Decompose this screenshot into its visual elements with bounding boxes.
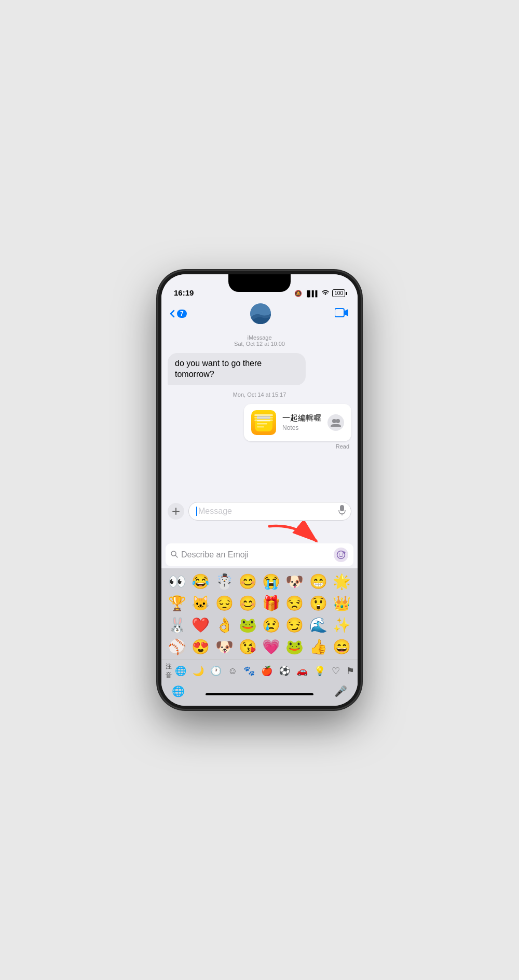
- emoji-trophy[interactable]: 🏆: [166, 592, 189, 614]
- emoji-snowman[interactable]: ☃️: [213, 570, 236, 592]
- svg-rect-4: [257, 423, 267, 425]
- bubble-incoming-1: do you want to go there tomorrow?: [168, 353, 306, 385]
- red-arrow-icon: [264, 521, 326, 547]
- emoji-add-button[interactable]: [334, 548, 348, 562]
- kb-cat-clock[interactable]: 🕐: [207, 663, 225, 679]
- svg-rect-11: [340, 505, 344, 511]
- emoji-wave[interactable]: 🌊: [307, 614, 330, 636]
- kb-mic-button[interactable]: 🎤: [334, 685, 347, 697]
- arrow-container: [161, 525, 358, 543]
- emoji-kiss[interactable]: 😘: [236, 636, 260, 657]
- svg-rect-1: [335, 309, 344, 317]
- phone-screen: 16:19 🔕 ▐▌▌▌ 100 7: [161, 274, 358, 706]
- emoji-smirk[interactable]: 😏: [283, 614, 306, 636]
- kb-category-row: 注音 🌐 🌙 🕐 ☺ 🐾 🍎 ⚽ 🚗 💡 ♡ ⚑ ⌫: [161, 660, 358, 682]
- emoji-star[interactable]: 🌟: [330, 570, 353, 592]
- signal-icon: ▐▌▌▌: [305, 290, 319, 297]
- add-button[interactable]: [168, 503, 184, 520]
- kb-cat-bulb[interactable]: 💡: [311, 663, 329, 679]
- emoji-eyes[interactable]: 👀: [166, 570, 189, 592]
- svg-rect-6: [257, 416, 270, 419]
- kb-cat-car[interactable]: 🚗: [293, 663, 311, 679]
- svg-rect-3: [257, 420, 270, 422]
- emoji-pensive[interactable]: 😔: [213, 592, 236, 614]
- emoji-keyboard: 👀 😂 ☃️ 😊 😭 🐶 😁 🌟 🏆 🐱 😔 😊 🎁 😒 😲 👑 🐰: [161, 568, 358, 660]
- kb-cat-heart[interactable]: ♡: [329, 663, 343, 679]
- phone-shell: 16:19 🔕 ▐▌▌▌ 100 7: [158, 271, 361, 709]
- kb-cat-moon[interactable]: 🌙: [189, 663, 207, 679]
- emoji-dog2[interactable]: 🐶: [213, 636, 236, 657]
- kb-cat-bopomofo[interactable]: 注音: [166, 662, 172, 680]
- mic-button[interactable]: [338, 505, 346, 517]
- emoji-dog[interactable]: 🐶: [283, 570, 306, 592]
- battery-level: 100: [334, 290, 343, 296]
- emoji-expressionless[interactable]: 😒: [283, 592, 306, 614]
- status-time: 16:19: [174, 288, 194, 297]
- status-icons: 🔕 ▐▌▌▌ 100: [294, 289, 345, 297]
- emoji-smile[interactable]: 😊: [236, 570, 260, 592]
- wifi-icon: [321, 289, 330, 297]
- emoji-thumbsup[interactable]: 👍: [307, 636, 330, 657]
- timestamp-2: Mon, Oct 14 at 15:17: [168, 391, 351, 398]
- kb-cat-apple[interactable]: 🍎: [258, 663, 276, 679]
- kb-globe-button[interactable]: 🌐: [172, 685, 185, 697]
- emoji-astonished[interactable]: 😲: [307, 592, 330, 614]
- input-area: Message: [161, 498, 358, 525]
- mute-icon: 🔕: [294, 290, 302, 297]
- emoji-smile2[interactable]: 😄: [330, 636, 353, 657]
- back-button[interactable]: 7: [170, 310, 187, 318]
- notes-shared-card[interactable]: 一起編輯喔 Notes: [244, 404, 351, 441]
- text-cursor: [196, 507, 197, 516]
- emoji-search-placeholder: Describe an Emoji: [181, 550, 331, 559]
- svg-point-7: [332, 419, 336, 423]
- emoji-crying[interactable]: 😭: [260, 570, 283, 592]
- collab-icon: [327, 414, 344, 431]
- notes-icon: [251, 410, 276, 435]
- card-subtitle: Notes: [282, 424, 321, 431]
- emoji-tears[interactable]: 😂: [189, 570, 212, 592]
- card-text: 一起編輯喔 Notes: [282, 413, 321, 431]
- emoji-heart-eyes[interactable]: 😍: [189, 636, 212, 657]
- emoji-frog[interactable]: 🐸: [236, 614, 260, 636]
- emoji-pink-heart[interactable]: 💗: [260, 636, 283, 657]
- emoji-gift[interactable]: 🎁: [260, 592, 283, 614]
- status-bar: 16:19 🔕 ▐▌▌▌ 100: [161, 274, 358, 300]
- emoji-frog2[interactable]: 🐸: [283, 636, 306, 657]
- video-call-button[interactable]: [335, 307, 349, 320]
- svg-point-18: [342, 554, 343, 555]
- emoji-happy[interactable]: 😊: [236, 592, 260, 614]
- emoji-rabbit[interactable]: 🐰: [166, 614, 189, 636]
- emoji-ok[interactable]: 👌: [213, 614, 236, 636]
- nav-avatar[interactable]: [250, 303, 271, 324]
- emoji-crown[interactable]: 👑: [330, 592, 353, 614]
- notch: [228, 274, 291, 292]
- read-receipt: Read: [168, 443, 349, 450]
- kb-cat-globe[interactable]: 🌐: [172, 663, 189, 679]
- kb-bottom-bar: 🌐 🎤: [161, 682, 358, 706]
- kb-cat-smiley[interactable]: ☺: [225, 664, 240, 679]
- imessage-label: iMessage: [247, 334, 271, 341]
- emoji-baseball[interactable]: ⚾: [166, 636, 189, 657]
- svg-point-17: [339, 554, 340, 555]
- kb-cat-paw[interactable]: 🐾: [240, 663, 258, 679]
- message-row-incoming-1: do you want to go there tomorrow?: [168, 353, 351, 385]
- timestamp-imessage: iMessage Sat, Oct 12 at 10:00: [168, 334, 351, 347]
- card-title: 一起編輯喔: [282, 413, 321, 423]
- emoji-sparkles[interactable]: ✨: [330, 614, 353, 636]
- svg-rect-5: [257, 426, 264, 428]
- emoji-heart[interactable]: ❤️: [189, 614, 212, 636]
- emoji-sad[interactable]: 😢: [260, 614, 283, 636]
- nav-bar: 7: [161, 300, 358, 328]
- date-label-1: Sat, Oct 12 at 10:00: [234, 341, 285, 347]
- emoji-grin[interactable]: 😁: [307, 570, 330, 592]
- svg-point-8: [336, 419, 340, 423]
- message-input[interactable]: Message: [188, 502, 351, 521]
- kb-cat-flag[interactable]: ⚑: [343, 663, 358, 679]
- battery-icon: 100: [332, 289, 345, 297]
- home-indicator: [206, 693, 313, 695]
- avatar: [250, 303, 271, 324]
- back-chevron-icon: [170, 310, 175, 318]
- emoji-cat[interactable]: 🐱: [189, 592, 212, 614]
- back-badge: 7: [177, 310, 187, 318]
- kb-cat-soccer[interactable]: ⚽: [276, 663, 293, 679]
